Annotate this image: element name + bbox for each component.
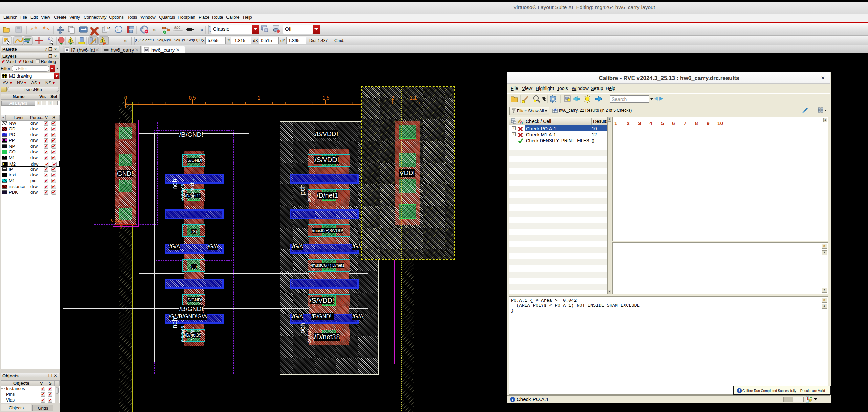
svg-text:R: R	[107, 26, 110, 30]
svg-text:0: 0	[124, 95, 127, 101]
svg-text:»: »	[200, 27, 203, 32]
svg-text:+: +	[145, 30, 147, 34]
svg-text:»: »	[153, 27, 156, 32]
svg-text:2: 2	[391, 95, 394, 101]
svg-text:!: !	[102, 38, 103, 42]
svg-text:abc: abc	[174, 25, 180, 30]
svg-text:i: i	[117, 27, 119, 32]
svg-text:1.5: 1.5	[323, 95, 330, 101]
svg-text:+: +	[164, 31, 165, 34]
svg-text:0.5: 0.5	[189, 95, 196, 101]
svg-text:!: !	[70, 38, 71, 42]
svg-text:2.1: 2.1	[410, 95, 417, 101]
svg-text:1: 1	[258, 95, 260, 101]
svg-text:»: »	[124, 38, 127, 43]
